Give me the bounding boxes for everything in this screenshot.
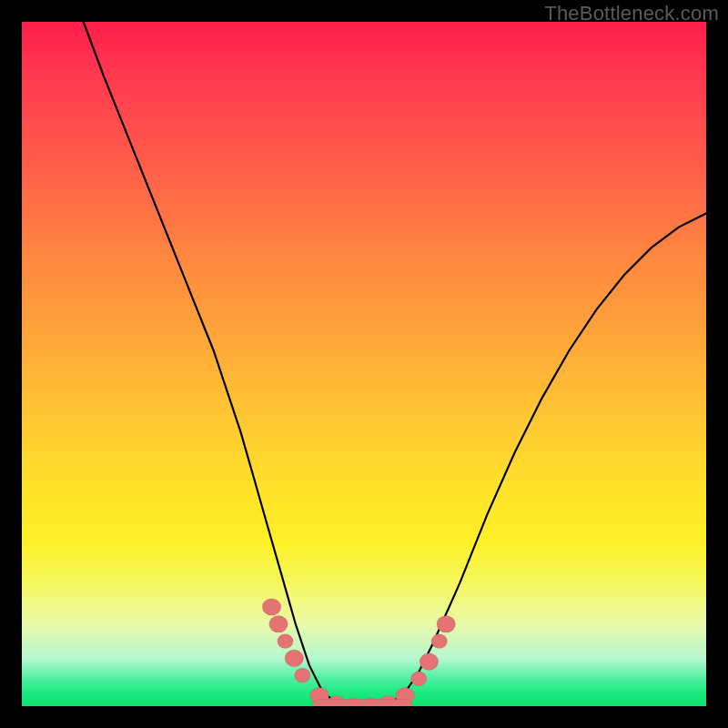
curve-marker <box>285 650 304 667</box>
curve-marker <box>431 634 447 649</box>
bottom-marker-bar <box>313 700 412 707</box>
curve-marker <box>278 634 293 649</box>
chart-svg <box>22 22 706 706</box>
curve-marker <box>420 653 439 671</box>
bottleneck-curve <box>84 22 706 706</box>
chart-plot-area <box>22 22 706 706</box>
curve-marker <box>262 599 281 616</box>
curve-marker <box>295 668 310 682</box>
watermark-text: TheBottleneck.com <box>544 2 719 25</box>
curve-marker <box>411 672 427 686</box>
curve-markers <box>262 599 455 706</box>
curve-marker <box>269 616 288 633</box>
curve-marker <box>437 616 456 633</box>
